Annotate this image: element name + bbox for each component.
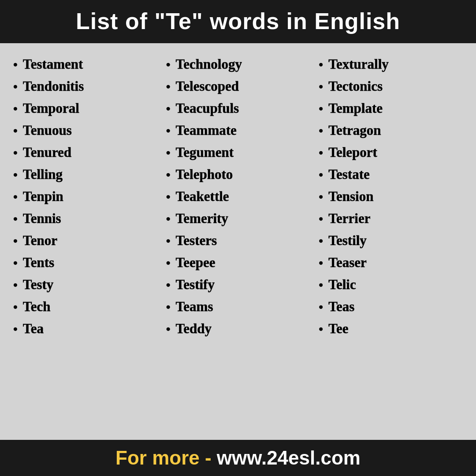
list-item: •Technology — [166, 56, 310, 72]
list-item: •Tents — [13, 255, 157, 271]
bullet-icon: • — [13, 278, 18, 292]
word-text: Testate — [328, 167, 370, 182]
bullet-icon: • — [319, 102, 323, 116]
list-item: •Teddy — [166, 321, 310, 337]
list-item: •Temerity — [166, 211, 310, 227]
list-item: •Tenuous — [13, 123, 157, 138]
list-item: •Testers — [166, 233, 310, 249]
word-text: Template — [328, 100, 383, 116]
word-text: Teakettle — [175, 189, 229, 205]
word-text: Testily — [328, 233, 367, 249]
word-text: Tents — [23, 255, 54, 271]
list-item: •Tenured — [13, 145, 157, 160]
list-item: •Teleport — [319, 145, 463, 160]
bullet-icon: • — [319, 300, 323, 314]
list-item: •Tegument — [166, 145, 310, 160]
bullet-icon: • — [319, 234, 323, 248]
word-text: Tectonics — [328, 78, 383, 94]
word-text: Tenured — [23, 145, 71, 160]
list-item: •Tenpin — [13, 189, 157, 205]
word-text: Temporal — [23, 100, 79, 116]
bullet-icon: • — [13, 58, 18, 72]
footer: For more - www.24esl.com — [0, 440, 476, 476]
list-item: •Tenor — [13, 233, 157, 249]
word-text: Teaser — [328, 255, 367, 271]
word-text: Testify — [175, 277, 214, 293]
word-text: Technology — [175, 56, 242, 72]
word-text: Testament — [23, 56, 83, 72]
word-text: Teacupfuls — [175, 100, 239, 116]
content-area: •Testament•Tendonitis•Temporal•Tenuous•T… — [0, 43, 476, 440]
list-item: •Teams — [166, 299, 310, 315]
word-text: Tendonitis — [23, 78, 84, 94]
word-text: Tenpin — [23, 189, 63, 205]
list-item: •Tee — [319, 321, 463, 337]
list-item: •Template — [319, 100, 463, 116]
column-1: •Testament•Tendonitis•Temporal•Tenuous•T… — [9, 56, 162, 431]
list-item: •Temporal — [13, 100, 157, 116]
bullet-icon: • — [319, 58, 323, 72]
header: List of "Te" words in English — [0, 0, 476, 43]
word-text: Tension — [328, 189, 373, 205]
word-text: Tenor — [23, 233, 57, 249]
list-item: •Tea — [13, 321, 157, 337]
word-text: Tech — [23, 299, 51, 315]
bullet-icon: • — [13, 256, 18, 270]
list-item: •Telephoto — [166, 167, 310, 182]
bullet-icon: • — [13, 80, 18, 94]
list-item: •Teaser — [319, 255, 463, 271]
bullet-icon: • — [166, 300, 171, 314]
bullet-icon: • — [166, 190, 171, 204]
list-item: •Testate — [319, 167, 463, 182]
bullet-icon: • — [166, 256, 171, 270]
bullet-icon: • — [166, 212, 171, 226]
bullet-icon: • — [319, 80, 323, 94]
list-item: •Testify — [166, 277, 310, 293]
bullet-icon: • — [319, 190, 323, 204]
word-text: Tea — [23, 321, 44, 337]
word-text: Tee — [328, 321, 348, 337]
bullet-icon: • — [13, 146, 18, 160]
list-item: •Testily — [319, 233, 463, 249]
word-text: Teddy — [175, 321, 212, 337]
list-item: •Tetragon — [319, 123, 463, 138]
list-item: •Teakettle — [166, 189, 310, 205]
bullet-icon: • — [166, 80, 171, 94]
word-text: Teas — [328, 299, 354, 315]
column-2: •Technology•Telescoped•Teacupfuls•Teamma… — [162, 56, 315, 431]
list-item: •Tectonics — [319, 78, 463, 94]
list-item: •Telescoped — [166, 78, 310, 94]
bullet-icon: • — [319, 124, 323, 138]
list-item: •Texturally — [319, 56, 463, 72]
bullet-icon: • — [13, 212, 18, 226]
list-item: •Teammate — [166, 123, 310, 138]
list-item: •Teacupfuls — [166, 100, 310, 116]
bullet-icon: • — [13, 124, 18, 138]
bullet-icon: • — [166, 102, 171, 116]
bullet-icon: • — [319, 256, 323, 270]
footer-for-more: For more - — [115, 447, 212, 469]
page-title: List of "Te" words in English — [9, 8, 467, 34]
word-text: Tennis — [23, 211, 61, 227]
word-text: Telescoped — [175, 78, 239, 94]
list-item: •Tension — [319, 189, 463, 205]
list-item: •Tendonitis — [13, 78, 157, 94]
list-item: •Tennis — [13, 211, 157, 227]
list-item: •Teas — [319, 299, 463, 315]
word-text: Tenuous — [23, 123, 72, 138]
bullet-icon: • — [13, 300, 18, 314]
bullet-icon: • — [319, 278, 323, 292]
bullet-icon: • — [13, 168, 18, 182]
bullet-icon: • — [13, 102, 18, 116]
word-text: Texturally — [328, 56, 389, 72]
bullet-icon: • — [13, 234, 18, 248]
word-text: Teams — [175, 299, 213, 315]
column-3: •Texturally•Tectonics•Template•Tetragon•… — [314, 56, 467, 431]
word-text: Telling — [23, 167, 63, 182]
bullet-icon: • — [166, 234, 171, 248]
list-item: •Terrier — [319, 211, 463, 227]
list-item: •Telling — [13, 167, 157, 182]
word-text: Telephoto — [175, 167, 233, 182]
bullet-icon: • — [319, 168, 323, 182]
footer-website: www.24esl.com — [217, 447, 361, 469]
